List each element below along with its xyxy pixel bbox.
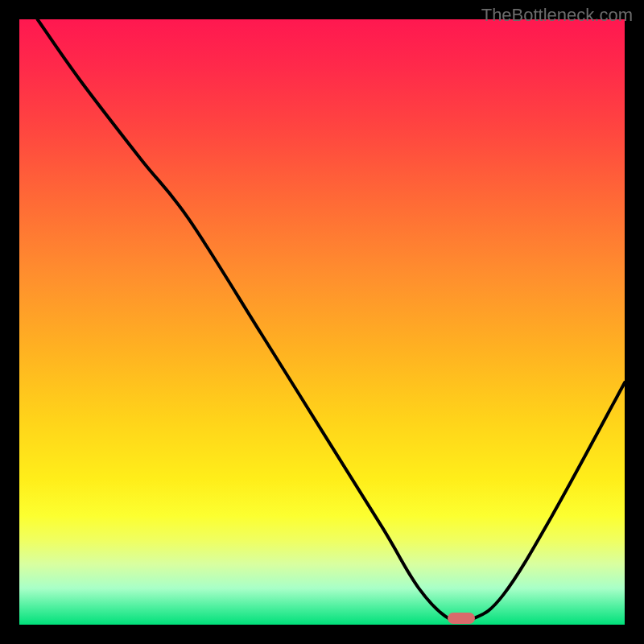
curve-svg bbox=[19, 19, 625, 625]
bottleneck-curve bbox=[38, 19, 625, 622]
plot-area bbox=[19, 19, 625, 625]
watermark-text: TheBottleneck.com bbox=[481, 5, 633, 26]
optimal-point-marker bbox=[448, 613, 475, 624]
